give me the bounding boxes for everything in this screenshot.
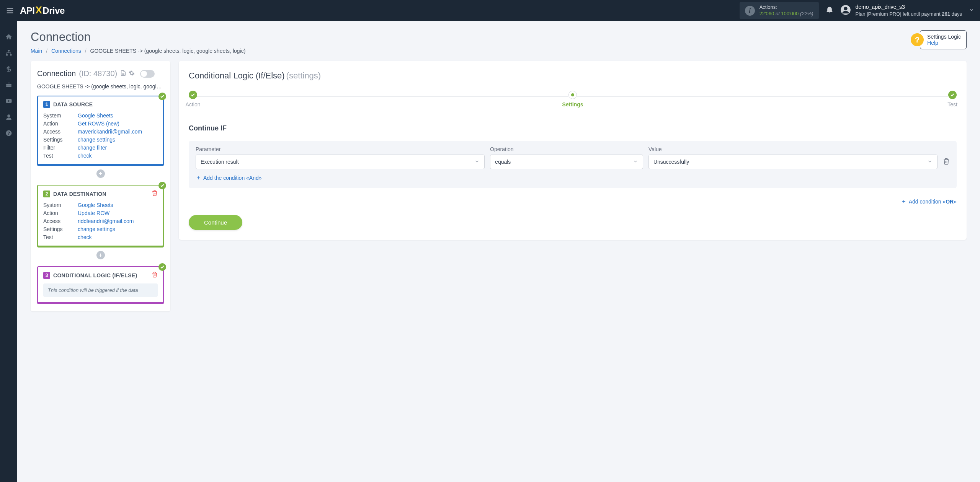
- add-or-label: Add condition «OR»: [909, 199, 957, 205]
- block-row: Testcheck: [43, 234, 158, 240]
- page-title: Connection: [31, 30, 245, 44]
- trash-icon[interactable]: [943, 158, 950, 169]
- sidebar-user-icon[interactable]: [0, 109, 17, 125]
- breadcrumb-main[interactable]: Main: [31, 48, 42, 54]
- system-link[interactable]: Google Sheets: [78, 112, 113, 119]
- help-circle-icon[interactable]: ?: [911, 33, 924, 46]
- trash-icon[interactable]: [152, 190, 158, 197]
- value-label: Value: [648, 146, 938, 152]
- gear-icon[interactable]: [129, 70, 135, 77]
- chevron-down-icon[interactable]: [969, 7, 974, 14]
- logo-x: X: [36, 4, 42, 16]
- condition-group: Parameter Execution result Operation equ…: [189, 141, 957, 188]
- add-block-button[interactable]: +: [96, 251, 105, 259]
- add-block-button[interactable]: +: [96, 169, 105, 178]
- connection-panel: Connection (ID: 48730) GOOGLE SHEETS -> …: [31, 61, 170, 311]
- breadcrumb-connections[interactable]: Connections: [51, 48, 81, 54]
- step-settings[interactable]: Settings: [568, 91, 577, 102]
- access-link[interactable]: maverickandrii@gmail.com: [78, 129, 142, 135]
- actions-label: Actions:: [760, 4, 813, 11]
- add-and-button[interactable]: ＋ Add the condition «And»: [196, 174, 262, 181]
- chevron-down-icon: [633, 159, 638, 165]
- value-value: Unsuccessfully: [653, 159, 689, 165]
- settings-title-sub: (settings): [286, 71, 321, 80]
- sidebar-home-icon[interactable]: [0, 29, 17, 45]
- step-label: Test: [947, 101, 957, 107]
- settings-title: Conditional Logic (If/Else): [189, 71, 285, 80]
- operation-label: Operation: [490, 146, 643, 152]
- action-link[interactable]: Get ROWS (new): [78, 120, 119, 127]
- breadcrumb: Main / Connections / GOOGLE SHEETS -> (g…: [31, 48, 245, 54]
- enable-toggle[interactable]: [140, 70, 155, 78]
- operation-value: equals: [495, 159, 511, 165]
- block-row: Settingschange settings: [43, 226, 158, 232]
- actions-total: 100'000: [781, 11, 799, 16]
- help-link[interactable]: Help: [927, 40, 938, 46]
- step-label: Settings: [562, 101, 583, 107]
- plus-icon: ＋: [196, 174, 201, 181]
- parameter-value: Execution result: [201, 159, 239, 165]
- test-link[interactable]: check: [78, 153, 92, 159]
- hamburger-icon[interactable]: [6, 7, 14, 15]
- filter-link[interactable]: change filter: [78, 145, 107, 151]
- bell-icon[interactable]: [826, 6, 833, 15]
- svg-rect-5: [8, 50, 10, 52]
- user-plan: Plan |Premium PRO| left until payment 26…: [856, 11, 962, 18]
- user-name: demo_apix_drive_s3: [856, 3, 962, 11]
- topbar: API X Drive i Actions: 22'060 of 100'000…: [0, 0, 980, 21]
- step-indicator: Action Settings Test: [189, 91, 957, 102]
- step-test[interactable]: Test: [948, 91, 957, 102]
- sidebar-help-icon[interactable]: ?: [0, 125, 17, 141]
- continue-button[interactable]: Continue: [189, 215, 242, 230]
- step-action[interactable]: Action: [189, 91, 197, 102]
- sidebar-network-icon[interactable]: [0, 45, 17, 61]
- conditional-logic-block: 3 CONDITIONAL LOGIC (IF/ELSE) This condi…: [37, 266, 164, 303]
- actions-counter[interactable]: i Actions: 22'060 of 100'000 (22%): [740, 2, 819, 20]
- settings-link[interactable]: change settings: [78, 226, 115, 232]
- check-badge-icon: [158, 93, 166, 100]
- add-or-button[interactable]: ＋ Add condition «OR»: [901, 198, 957, 205]
- access-link[interactable]: riddleandrii@gmail.com: [78, 218, 134, 224]
- settings-panel: Conditional Logic (If/Else) (settings) A…: [179, 61, 967, 240]
- trash-icon[interactable]: [152, 272, 158, 279]
- logo[interactable]: API X Drive: [20, 5, 65, 16]
- svg-rect-6: [6, 54, 8, 56]
- settings-link[interactable]: change settings: [78, 137, 115, 143]
- block-row: ActionUpdate ROW: [43, 210, 158, 216]
- value-select[interactable]: Unsuccessfully: [648, 155, 938, 169]
- sidebar-dollar-icon[interactable]: [0, 61, 17, 77]
- block-title: DATA DESTINATION: [53, 191, 106, 197]
- block-row: SystemGoogle Sheets: [43, 112, 158, 119]
- sidebar-youtube-icon[interactable]: [0, 93, 17, 109]
- block-row: Accessmaverickandrii@gmail.com: [43, 129, 158, 135]
- continue-if-heading: Continue IF: [189, 124, 957, 132]
- connection-subtitle: GOOGLE SHEETS -> (google sheets, logic, …: [37, 83, 164, 90]
- operation-select[interactable]: equals: [490, 155, 643, 169]
- parameter-select[interactable]: Execution result: [196, 155, 485, 169]
- block-title: CONDITIONAL LOGIC (IF/ELSE): [53, 272, 137, 278]
- svg-point-4: [844, 7, 847, 10]
- check-icon: [189, 91, 197, 99]
- actions-of: of: [776, 11, 780, 16]
- sidebar-briefcase-icon[interactable]: [0, 77, 17, 93]
- avatar-icon: [840, 5, 851, 16]
- breadcrumb-current: GOOGLE SHEETS -> (google sheets, logic, …: [90, 48, 246, 54]
- document-icon[interactable]: [120, 70, 126, 77]
- data-destination-block: 2 DATA DESTINATION SystemGoogle Sheets A…: [37, 185, 164, 246]
- svg-point-10: [7, 114, 10, 117]
- current-step-icon: [568, 91, 577, 99]
- block-row: SystemGoogle Sheets: [43, 202, 158, 208]
- step-label: Action: [186, 101, 201, 107]
- chevron-down-icon: [927, 159, 933, 165]
- svg-rect-7: [10, 54, 12, 56]
- add-and-label: Add the condition «And»: [203, 175, 262, 181]
- actions-used: 22'060: [760, 11, 774, 16]
- system-link[interactable]: Google Sheets: [78, 202, 113, 208]
- parameter-label: Parameter: [196, 146, 485, 152]
- plus-icon: ＋: [901, 198, 906, 205]
- block-row: ActionGet ROWS (new): [43, 120, 158, 127]
- logo-prefix: API: [20, 5, 35, 16]
- action-link[interactable]: Update ROW: [78, 210, 109, 216]
- test-link[interactable]: check: [78, 234, 92, 240]
- user-menu[interactable]: demo_apix_drive_s3 Plan |Premium PRO| le…: [840, 3, 962, 17]
